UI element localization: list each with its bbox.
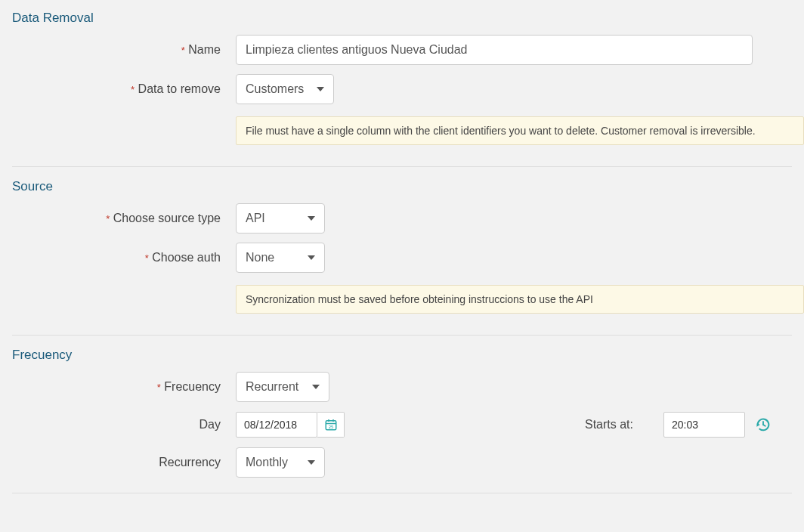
required-marker: * xyxy=(145,252,149,264)
name-input[interactable] xyxy=(236,35,753,65)
data-to-remove-select[interactable]: Customers xyxy=(236,74,334,104)
divider xyxy=(12,166,792,167)
day-group: 25 xyxy=(236,412,345,438)
required-marker: * xyxy=(181,45,185,56)
frequency-select[interactable]: Recurrent xyxy=(236,372,329,402)
source-type-label-wrap: * Choose source type xyxy=(0,212,236,225)
data-to-remove-label: Data to remove xyxy=(138,82,221,95)
day-label: Day xyxy=(199,418,221,431)
section-title-frequency: Frecuency xyxy=(0,343,804,367)
recurrency-value: Monthly xyxy=(246,456,288,469)
source-notice: Syncronization must be saved before obte… xyxy=(236,285,804,314)
section-title-data-removal: Data Removal xyxy=(0,6,804,30)
auth-label: Choose auth xyxy=(152,251,221,264)
day-label-wrap: Day xyxy=(0,418,236,431)
required-marker: * xyxy=(131,84,135,95)
chevron-down-icon xyxy=(308,216,315,221)
source-type-select[interactable]: API xyxy=(236,203,325,234)
auth-value: None xyxy=(246,251,274,264)
recurrency-label-wrap: Recurrency xyxy=(0,456,236,469)
chevron-down-icon xyxy=(317,87,324,91)
frequency-label: Frecuency xyxy=(164,380,221,393)
starts-at-label: Starts at: xyxy=(585,418,633,431)
svg-line-7 xyxy=(763,425,765,426)
name-label-wrap: * Name xyxy=(0,43,236,57)
recurrency-select[interactable]: Monthly xyxy=(236,447,325,478)
data-removal-notice: File must have a single column with the … xyxy=(236,116,804,145)
source-type-label: Choose source type xyxy=(113,212,221,224)
section-title-source: Source xyxy=(0,175,804,199)
frequency-value: Recurrent xyxy=(246,380,298,394)
clock-refresh-icon xyxy=(755,416,772,433)
required-marker: * xyxy=(157,382,161,393)
name-label: Name xyxy=(188,43,221,56)
calendar-icon: 25 xyxy=(324,418,338,431)
source-type-value: API xyxy=(246,212,265,225)
chevron-down-icon xyxy=(312,385,320,389)
divider xyxy=(12,335,792,336)
day-input[interactable] xyxy=(236,412,317,438)
chevron-down-icon xyxy=(308,460,315,465)
auth-select[interactable]: None xyxy=(236,243,325,273)
divider xyxy=(12,493,792,493)
recurrency-label: Recurrency xyxy=(159,456,221,469)
data-to-remove-label-wrap: * Data to remove xyxy=(0,82,236,96)
calendar-button[interactable]: 25 xyxy=(317,412,345,438)
time-refresh-button[interactable] xyxy=(750,412,777,438)
starts-at-group xyxy=(663,412,777,438)
svg-text:25: 25 xyxy=(328,425,333,429)
starts-at-input[interactable] xyxy=(663,412,745,438)
chevron-down-icon xyxy=(308,255,315,260)
auth-label-wrap: * Choose auth xyxy=(0,251,236,264)
frequency-label-wrap: * Frecuency xyxy=(0,380,236,394)
required-marker: * xyxy=(106,213,110,224)
data-to-remove-value: Customers xyxy=(246,82,304,96)
